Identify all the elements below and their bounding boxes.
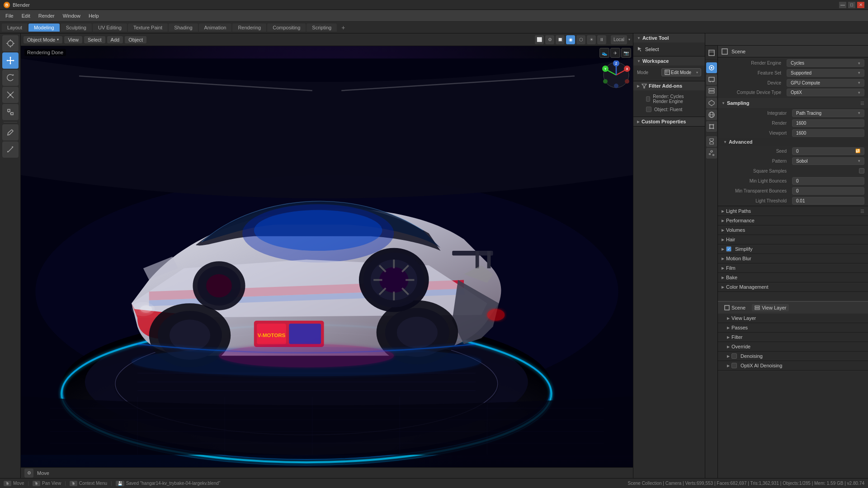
seed-input[interactable]: 0 🔁 <box>792 147 864 155</box>
xray-toggle[interactable]: ⬜ <box>535 35 544 44</box>
viewport-shading-render[interactable]: ☀ <box>587 35 596 44</box>
filter-row[interactable]: ▶ Filter <box>718 333 868 342</box>
sampling-header[interactable]: ▼ Sampling ☰ <box>718 98 868 108</box>
min-transparent-bounces-input[interactable]: 0 <box>792 187 864 195</box>
modifier-properties-tab[interactable] <box>706 136 717 147</box>
scene-bottom-tab[interactable]: Scene <box>722 304 748 311</box>
viewport-pause[interactable]: ⏸ <box>597 35 606 44</box>
view-layer-bottom-tab[interactable]: View Layer <box>752 304 789 311</box>
tab-modeling[interactable]: Modeling <box>28 23 60 32</box>
svg-point-112 <box>709 124 710 126</box>
optix-denoising-checkbox[interactable] <box>731 363 737 368</box>
measure-tool-button[interactable] <box>2 141 19 158</box>
simplify-checkbox[interactable]: ✓ <box>726 246 731 252</box>
rotate-tool-button[interactable] <box>2 70 19 86</box>
view-button[interactable]: View <box>64 36 82 43</box>
mode-dropdown[interactable]: Edit Mode ▾ <box>661 68 701 76</box>
light-paths-row[interactable]: ▶ Light Paths ☰ <box>718 206 868 216</box>
addon-fluent-checkbox[interactable] <box>646 107 651 112</box>
cursor-tool-button[interactable] <box>2 35 19 52</box>
minimize-button[interactable]: — <box>839 2 846 8</box>
custom-properties-header[interactable]: ▶ Custom Properties <box>633 117 705 126</box>
viewport-samples-input[interactable]: 1600 <box>792 129 864 137</box>
min-light-bounces-input[interactable]: 0 <box>792 177 864 185</box>
tab-sculpting[interactable]: Sculpting <box>61 23 92 32</box>
viewport-shading-solid[interactable]: ◉ <box>566 35 575 44</box>
render-engine-dropdown[interactable]: Cycles <box>787 59 864 67</box>
output-properties-tab[interactable] <box>706 74 717 85</box>
annotate-tool-button[interactable] <box>2 124 19 141</box>
viewport-shading-mat[interactable]: ⬡ <box>576 35 585 44</box>
object-properties-tab[interactable] <box>706 121 717 132</box>
passes-row[interactable]: ▶ Passes <box>718 323 868 333</box>
tab-texture-paint[interactable]: Texture Paint <box>128 23 168 32</box>
filter-addons-header[interactable]: ▶ Filter Add-ons <box>633 81 705 90</box>
close-button[interactable]: ✕ <box>857 2 864 8</box>
view-layer-section-row[interactable]: ▶ View Layer <box>718 314 868 323</box>
film-row[interactable]: ▶ Film <box>718 263 868 273</box>
pattern-dropdown[interactable]: Sobol <box>792 157 864 165</box>
menu-render[interactable]: Render <box>35 12 58 19</box>
menu-file[interactable]: File <box>2 12 17 19</box>
viewport-settings-button[interactable]: ⚙ <box>24 469 33 478</box>
color-management-row[interactable]: ▶ Color Management <box>718 282 868 292</box>
volumes-row[interactable]: ▶ Volumes <box>718 225 868 235</box>
addon-cycles-checkbox[interactable] <box>646 96 650 102</box>
particles-properties-tab[interactable] <box>706 148 717 159</box>
menu-help[interactable]: Help <box>85 12 103 19</box>
world-properties-tab[interactable] <box>706 109 717 120</box>
optix-denoising-row[interactable]: ▶ OptiX AI Denoising <box>718 361 868 371</box>
scene-properties-tab[interactable] <box>706 98 717 108</box>
integrator-dropdown[interactable]: Path Tracing <box>792 109 864 117</box>
maximize-button[interactable]: □ <box>848 2 855 8</box>
view-layer-properties-tab[interactable] <box>706 86 717 97</box>
render-properties-tab[interactable] <box>706 62 717 73</box>
tab-rendering[interactable]: Rendering <box>232 23 266 32</box>
tab-animation[interactable]: Animation <box>199 23 232 32</box>
add-workspace-button[interactable]: + <box>338 23 349 33</box>
denoising-row[interactable]: ▶ Denoising <box>718 352 868 361</box>
render-samples-input[interactable]: 1600 <box>792 119 864 127</box>
device-dropdown[interactable]: GPU Compute <box>787 79 864 87</box>
camera-view-button[interactable]: 📷 <box>621 48 631 58</box>
menu-edit[interactable]: Edit <box>18 12 34 19</box>
add-button[interactable]: Add <box>107 36 123 43</box>
transform-gizmos[interactable]: ⚙ <box>545 35 554 44</box>
light-threshold-input[interactable]: 0.01 <box>792 197 864 205</box>
select-header-button[interactable]: Select <box>84 36 105 43</box>
compute-device-dropdown[interactable]: OptiX <box>787 89 864 96</box>
workspace-header[interactable]: ▼ Workspace <box>633 56 705 66</box>
square-samples-checkbox[interactable] <box>859 168 864 174</box>
workspace-tabs: Layout Modeling Sculpting UV Editing Tex… <box>0 22 868 33</box>
override-row[interactable]: ▶ Override <box>718 342 868 352</box>
simplify-row[interactable]: ▶ ✓ Simplify <box>718 244 868 254</box>
tab-layout[interactable]: Layout <box>2 23 28 32</box>
tab-compositing[interactable]: Compositing <box>267 23 306 32</box>
active-tool-header[interactable]: ▼ Active Tool <box>633 33 705 42</box>
transform-tool-button[interactable] <box>2 104 19 120</box>
walk-navigation-button[interactable]: 👟 <box>599 48 609 58</box>
motion-blur-row[interactable]: ▶ Motion Blur <box>718 254 868 263</box>
tab-shading[interactable]: Shading <box>169 23 198 32</box>
menu-window[interactable]: Window <box>59 12 84 19</box>
local-space[interactable]: Local <box>611 35 627 44</box>
sampling-menu-icon[interactable]: ☰ <box>860 101 864 106</box>
denoising-checkbox[interactable] <box>731 353 737 359</box>
scale-tool-button[interactable] <box>2 87 19 103</box>
blender-logo: B <box>4 2 10 8</box>
object-button[interactable]: Object <box>125 36 146 43</box>
viewport-shading-wire[interactable]: 🔲 <box>556 35 565 44</box>
object-mode-button[interactable]: Object Mode ▾ <box>24 36 62 43</box>
feature-set-dropdown[interactable]: Supported <box>787 69 864 77</box>
advanced-header[interactable]: ▼ Advanced <box>718 138 868 146</box>
move-tool-button[interactable] <box>2 52 19 69</box>
bake-row[interactable]: ▶ Bake <box>718 273 868 282</box>
viewport-canvas[interactable]: V-MOTORS <box>21 46 633 467</box>
performance-row[interactable]: ▶ Performance <box>718 216 868 225</box>
tab-scripting[interactable]: Scripting <box>307 23 337 32</box>
axis-gizmo[interactable]: X Y Z <box>602 61 631 90</box>
viewport[interactable]: Object Mode ▾ View Select Add Object ⬜ ⚙… <box>21 33 633 478</box>
fly-navigation-button[interactable]: ✈ <box>610 48 620 58</box>
tab-uv-editing[interactable]: UV Editing <box>93 23 127 32</box>
hair-row[interactable]: ▶ Hair <box>718 235 868 244</box>
